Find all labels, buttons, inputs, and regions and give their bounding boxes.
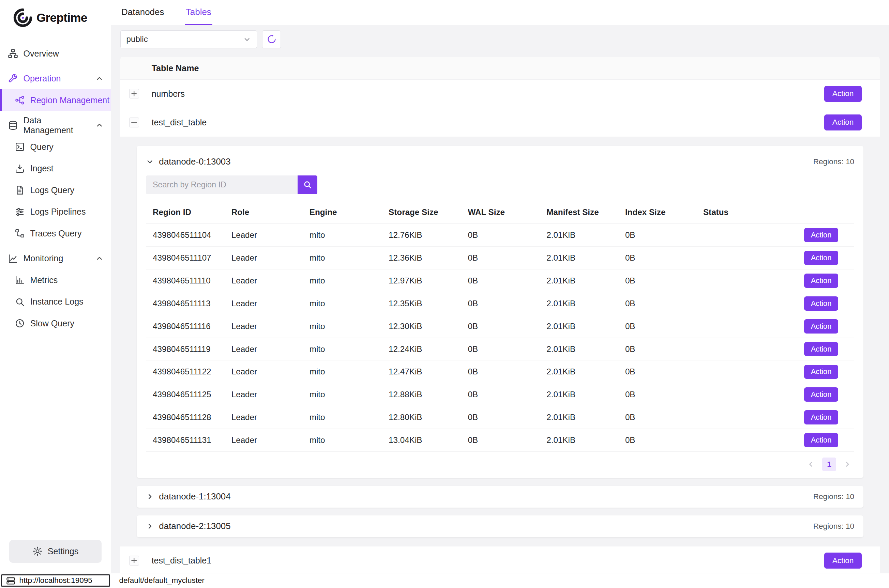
sidebar-item-label: Region Management bbox=[30, 95, 110, 105]
column-header-storage-size: Storage Size bbox=[382, 201, 461, 224]
sidebar-item-region-management[interactable]: Region Management bbox=[0, 89, 111, 111]
table-action-button[interactable]: Action bbox=[824, 553, 861, 568]
table-action-button[interactable]: Action bbox=[824, 114, 861, 130]
pagination-next-button[interactable] bbox=[841, 458, 854, 471]
sidebar-item-operation[interactable]: Operation bbox=[0, 68, 111, 90]
region-action-button[interactable]: Action bbox=[804, 228, 838, 242]
region-action-button[interactable]: Action bbox=[804, 319, 838, 333]
wal-size-cell: 0B bbox=[461, 360, 540, 383]
region-action-button[interactable]: Action bbox=[804, 410, 838, 424]
region-table-body: 4398046511104 Leader mito 12.76KiB 0B 2.… bbox=[146, 224, 854, 452]
action-cell: Action bbox=[769, 406, 854, 429]
expand-button[interactable] bbox=[129, 556, 139, 565]
table-name: test_dist_table bbox=[152, 117, 207, 128]
storage-size-cell: 12.76KiB bbox=[382, 224, 461, 247]
sidebar-item-overview[interactable]: Overview bbox=[0, 43, 111, 64]
minus-icon bbox=[131, 119, 137, 125]
region-row: 4398046511116 Leader mito 12.30KiB 0B 2.… bbox=[146, 315, 854, 338]
column-header-manifest-size: Manifest Size bbox=[540, 201, 618, 224]
region-action-button[interactable]: Action bbox=[804, 296, 838, 311]
collapse-button[interactable] bbox=[129, 117, 139, 127]
region-id-cell: 4398046511113 bbox=[146, 292, 225, 315]
region-action-button[interactable]: Action bbox=[804, 433, 838, 447]
wal-size-cell: 0B bbox=[461, 338, 540, 360]
sidebar-item-label: Ingest bbox=[30, 164, 54, 173]
sidebar-item-slow-query[interactable]: Slow Query bbox=[0, 313, 111, 334]
engine-cell: mito bbox=[303, 292, 382, 315]
engine-cell: mito bbox=[303, 315, 382, 338]
index-size-cell: 0B bbox=[618, 338, 697, 360]
chevron-down-icon bbox=[243, 35, 251, 43]
region-action-button[interactable]: Action bbox=[804, 387, 838, 402]
column-header-engine: Engine bbox=[303, 201, 382, 224]
sidebar-item-logs-pipelines[interactable]: Logs Pipelines bbox=[0, 201, 111, 223]
region-action-button[interactable]: Action bbox=[804, 273, 838, 288]
host-selector[interactable]: http://localhost:19095 bbox=[1, 574, 110, 587]
datanode-card-2: datanode-2:13005 Regions: 10 bbox=[137, 515, 863, 537]
sidebar-item-data-management[interactable]: Data Management bbox=[0, 114, 111, 136]
table-name-column-header: Table Name bbox=[152, 63, 199, 73]
sidebar-item-label: Logs Pipelines bbox=[30, 207, 86, 217]
pagination-prev-button[interactable] bbox=[804, 458, 818, 471]
wal-size-cell: 0B bbox=[461, 429, 540, 452]
region-action-button[interactable]: Action bbox=[804, 342, 838, 356]
status-cell bbox=[697, 224, 769, 247]
metrics-icon bbox=[15, 275, 25, 285]
sidebar-item-metrics[interactable]: Metrics bbox=[0, 270, 111, 291]
schema-select[interactable]: public bbox=[120, 30, 257, 48]
settings-button[interactable]: Settings bbox=[9, 540, 102, 563]
sidebar-item-query[interactable]: Query bbox=[0, 136, 111, 158]
datanode-1-header[interactable]: datanode-1:13004 Regions: 10 bbox=[137, 486, 863, 508]
regions-count: Regions: 10 bbox=[813, 492, 854, 501]
region-action-button[interactable]: Action bbox=[804, 365, 838, 379]
chevron-up-icon bbox=[95, 75, 103, 82]
expand-button[interactable] bbox=[129, 89, 139, 99]
app-root: Greptime Overview Operation Region Manag… bbox=[0, 0, 889, 588]
index-size-cell: 0B bbox=[618, 247, 697, 270]
datanode-name: datanode-1:13004 bbox=[159, 492, 230, 501]
sidebar-item-label: Logs Query bbox=[30, 185, 75, 195]
status-cell bbox=[697, 292, 769, 315]
region-row: 4398046511131 Leader mito 13.04KiB 0B 2.… bbox=[146, 429, 854, 452]
manifest-size-cell: 2.01KiB bbox=[540, 315, 618, 338]
index-size-cell: 0B bbox=[618, 224, 697, 247]
logs-pipelines-icon bbox=[15, 207, 25, 217]
region-id-cell: 4398046511107 bbox=[146, 247, 225, 270]
region-table-header-row: Region ID Role Engine Storage Size WAL S… bbox=[146, 201, 854, 224]
datanode-0-header[interactable]: datanode-0:13003 Regions: 10 bbox=[146, 153, 854, 171]
brand-logo[interactable]: Greptime bbox=[0, 0, 111, 32]
chevron-right-icon bbox=[146, 493, 154, 501]
slow-query-icon bbox=[15, 318, 25, 328]
region-action-button[interactable]: Action bbox=[804, 251, 838, 265]
region-search-input[interactable] bbox=[146, 176, 297, 194]
table-action-button[interactable]: Action bbox=[824, 86, 861, 102]
status-cell bbox=[697, 383, 769, 406]
datanode-name: datanode-0:13003 bbox=[159, 157, 230, 166]
tab-datanodes[interactable]: Datanodes bbox=[120, 0, 165, 25]
sidebar-item-monitoring[interactable]: Monitoring bbox=[0, 248, 111, 270]
search-icon bbox=[303, 180, 312, 189]
host-url: http://localhost:19095 bbox=[19, 576, 92, 585]
table-name: numbers bbox=[152, 89, 185, 99]
status-cell bbox=[697, 406, 769, 429]
engine-cell: mito bbox=[303, 270, 382, 292]
pagination-page-1[interactable]: 1 bbox=[822, 458, 836, 471]
index-size-cell: 0B bbox=[618, 429, 697, 452]
region-search-button[interactable] bbox=[297, 176, 318, 194]
traces-query-icon bbox=[15, 228, 25, 238]
status-cell bbox=[697, 429, 769, 452]
datanode-2-header[interactable]: datanode-2:13005 Regions: 10 bbox=[137, 515, 863, 537]
sidebar-item-instance-logs[interactable]: Instance Logs bbox=[0, 291, 111, 313]
sidebar-item-traces-query[interactable]: Traces Query bbox=[0, 222, 111, 244]
sidebar-item-ingest[interactable]: Ingest bbox=[0, 158, 111, 180]
chevron-down-icon bbox=[146, 158, 154, 166]
sidebar-item-logs-query[interactable]: Logs Query bbox=[0, 179, 111, 201]
tab-tables[interactable]: Tables bbox=[185, 0, 213, 25]
refresh-button[interactable] bbox=[262, 30, 281, 48]
action-cell: Action bbox=[769, 224, 854, 247]
region-search bbox=[146, 176, 854, 194]
index-size-cell: 0B bbox=[618, 292, 697, 315]
instance-logs-icon bbox=[15, 297, 25, 307]
sidebar-item-label: Monitoring bbox=[23, 254, 63, 263]
region-row: 4398046511104 Leader mito 12.76KiB 0B 2.… bbox=[146, 224, 854, 247]
